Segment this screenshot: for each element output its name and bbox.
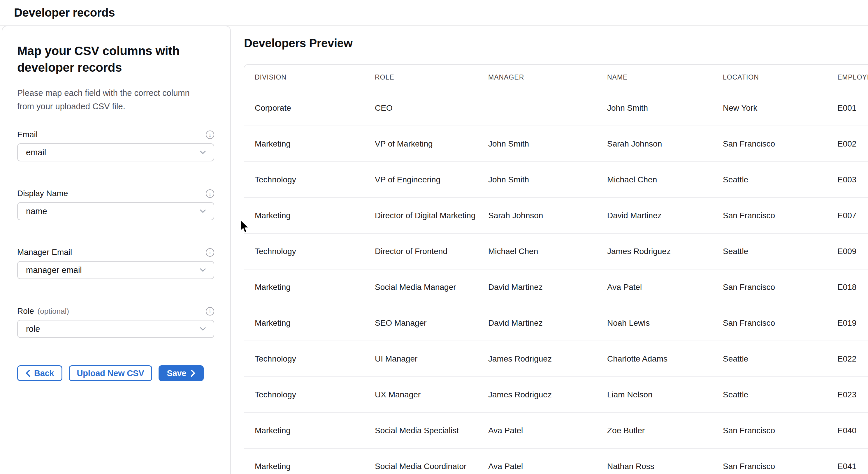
csv-mapping-panel: Map your CSV columns with developer reco… (2, 26, 231, 474)
info-icon[interactable]: i (206, 248, 214, 257)
info-icon[interactable]: i (206, 130, 214, 139)
table-cell: James Rodriguez (478, 390, 597, 400)
column-header: Location (712, 73, 827, 81)
table-cell: VP of Engineering (364, 175, 478, 184)
table-row: TechnologyUI ManagerJames RodriguezCharl… (244, 341, 868, 377)
table-row: MarketingSEO ManagerDavid MartinezNoah L… (244, 305, 868, 341)
info-icon[interactable]: i (206, 189, 214, 198)
table-cell: David Martinez (478, 283, 597, 292)
table-cell: Nathan Ross (597, 462, 712, 471)
select-value: manager email (26, 265, 82, 275)
preview-title: Developers Preview (244, 37, 353, 50)
table-cell: John Smith (478, 139, 597, 149)
table-cell: Seattle (712, 247, 827, 256)
table-cell: E040 (827, 426, 868, 435)
table-cell: Technology (244, 247, 364, 256)
table-cell: Marketing (244, 211, 364, 220)
top-bar: Developer records (0, 0, 868, 26)
back-button[interactable]: Back (17, 365, 62, 381)
field-label: Role (17, 307, 34, 316)
table-cell: Social Media Manager (364, 283, 478, 292)
table-row: MarketingSocial Media SpecialistAva Pate… (244, 413, 868, 449)
table-cell: Social Media Coordinator (364, 462, 478, 471)
column-header: Name (597, 73, 712, 81)
table-cell: David Martinez (478, 318, 597, 328)
table-cell: San Francisco (712, 426, 827, 435)
table-cell: CEO (364, 103, 478, 113)
save-button[interactable]: Save (159, 365, 204, 381)
table-row: MarketingVP of MarketingJohn SmithSarah … (244, 126, 868, 162)
table-cell: UX Manager (364, 390, 478, 400)
panel-actions: Back Upload New CSV Save (17, 365, 214, 381)
table-cell: E002 (827, 139, 868, 149)
table-cell: E003 (827, 175, 868, 184)
table-row: TechnologyDirector of FrontendMichael Ch… (244, 234, 868, 270)
column-select[interactable]: manager email (17, 261, 214, 279)
table-cell: Ava Patel (478, 426, 597, 435)
upload-new-csv-button[interactable]: Upload New CSV (69, 365, 152, 381)
table-cell: San Francisco (712, 318, 827, 328)
app-window: Developer records Map your CSV columns w… (0, 0, 868, 474)
panel-heading: Map your CSV columns with developer reco… (17, 42, 183, 76)
table-cell: E009 (827, 247, 868, 256)
table-cell: Director of Frontend (364, 247, 478, 256)
field-label: Display Name (17, 189, 68, 198)
table-cell: James Rodriguez (478, 354, 597, 364)
back-button-label: Back (34, 369, 54, 378)
chevron-right-icon (191, 370, 195, 377)
table-cell: Technology (244, 175, 364, 184)
table-cell: Technology (244, 390, 364, 400)
table-cell: James Rodriguez (597, 247, 712, 256)
info-icon[interactable]: i (206, 307, 214, 316)
table-cell: Technology (244, 354, 364, 364)
table-cell: Marketing (244, 139, 364, 149)
table-cell: UI Manager (364, 354, 478, 364)
table-row: MarketingDirector of Digital MarketingSa… (244, 198, 868, 234)
table-cell: Michael Chen (478, 247, 597, 256)
table-cell: SEO Manager (364, 318, 478, 328)
table-cell: David Martinez (597, 211, 712, 220)
column-select[interactable]: role (17, 320, 214, 338)
field-label: Email (17, 130, 38, 139)
table-cell: John Smith (597, 103, 712, 113)
table-header-row: DivisionRoleManagerNameLocationEmployee … (244, 65, 868, 90)
column-select[interactable]: name (17, 202, 214, 220)
mapping-fields: Email i email Display Name i name Manage… (17, 130, 214, 338)
table-row: MarketingSocial Media CoordinatorAva Pat… (244, 449, 868, 474)
table-row: TechnologyVP of EngineeringJohn SmithMic… (244, 162, 868, 198)
table-cell: Director of Digital Marketing (364, 211, 478, 220)
field-optional: (optional) (38, 307, 69, 316)
chevron-left-icon (25, 370, 30, 377)
table-cell: E001 (827, 103, 868, 113)
chevron-down-icon (200, 327, 206, 331)
mapping-field: Display Name i name (17, 189, 214, 220)
table-cell: E007 (827, 211, 868, 220)
table-cell: San Francisco (712, 283, 827, 292)
table-row: TechnologyUX ManagerJames RodriguezLiam … (244, 377, 868, 413)
table-cell: Corporate (244, 103, 364, 113)
table-cell: Seattle (712, 354, 827, 364)
table-cell: Social Media Specialist (364, 426, 478, 435)
panel-description: Please map each field with the correct c… (17, 86, 204, 113)
chevron-down-icon (200, 268, 206, 272)
mapping-field: Role (optional) i role (17, 307, 214, 338)
save-button-label: Save (167, 369, 186, 378)
table-cell: San Francisco (712, 139, 827, 149)
table-cell: Ava Patel (597, 283, 712, 292)
table-cell: Sarah Johnson (478, 211, 597, 220)
chevron-down-icon (200, 150, 206, 154)
column-select[interactable]: email (17, 143, 214, 161)
table-row: CorporateCEOJohn SmithNew YorkE001 (244, 90, 868, 126)
column-header: Manager (478, 73, 597, 81)
table-cell: New York (712, 103, 827, 113)
table-cell: VP of Marketing (364, 139, 478, 149)
table-cell: San Francisco (712, 211, 827, 220)
select-value: name (26, 207, 47, 216)
table-cell: Marketing (244, 426, 364, 435)
table-cell: San Francisco (712, 462, 827, 471)
table-cell: E022 (827, 354, 868, 364)
table-cell: Seattle (712, 390, 827, 400)
upload-button-label: Upload New CSV (77, 369, 144, 378)
select-value: email (26, 148, 46, 157)
field-label: Manager Email (17, 248, 72, 257)
